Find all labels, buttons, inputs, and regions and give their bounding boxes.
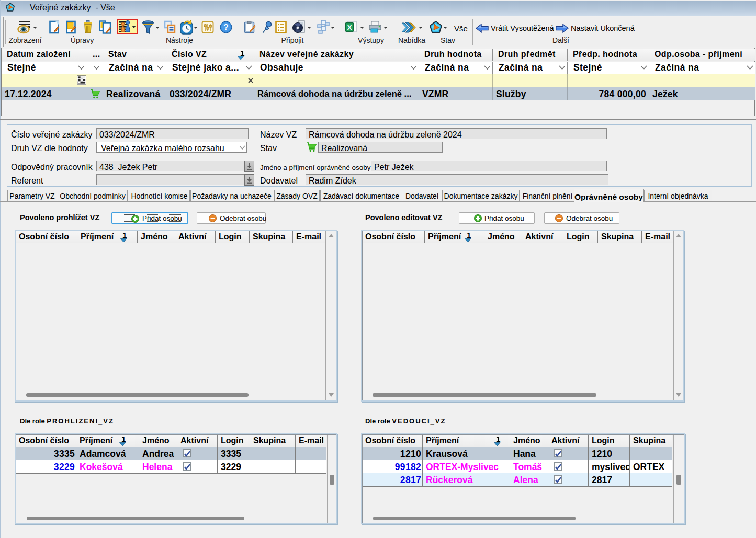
svg-text:?: ? [223, 23, 229, 32]
svg-text:X: X [347, 24, 352, 31]
